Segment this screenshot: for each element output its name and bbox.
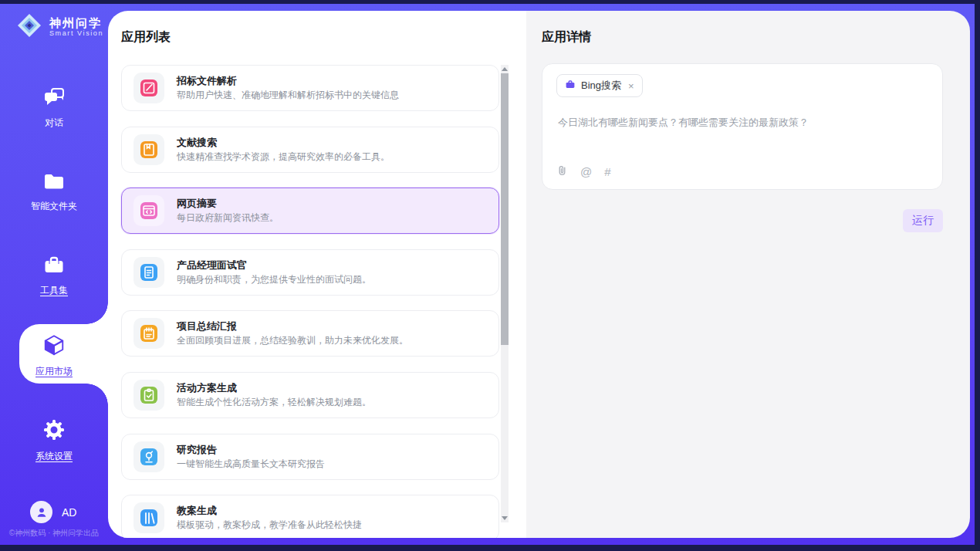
app-card[interactable]: 项目总结汇报 全面回顾项目进展，总结经验教训，助力未来优化发展。 xyxy=(121,310,499,357)
app-description: 模板驱动，教案秒成，教学准备从此轻松快捷 xyxy=(177,520,362,530)
app-name: 活动方案生成 xyxy=(177,383,371,394)
app-description: 快速精准查找学术资源，提高研究效率的必备工具。 xyxy=(177,152,390,162)
prompt-input[interactable]: 今日湖北有哪些新闻要点？有哪些需要关注的最新政策？ xyxy=(558,115,927,130)
app-name: 招标文件解析 xyxy=(177,76,399,86)
app-icon-box xyxy=(133,318,164,349)
clipboard-check-icon xyxy=(140,387,157,404)
scrollbar-thumb[interactable] xyxy=(501,73,509,345)
app-list-title: 应用列表 xyxy=(121,31,171,43)
app-icon-box xyxy=(133,441,164,472)
app-detail-panel: 应用详情 Bing搜索 × 今日湖北有哪些新闻要点？有哪些需要关注的最新政策？ xyxy=(526,11,970,538)
app-card[interactable]: 文献搜索 快速精准查找学术资源，提高研究效率的必备工具。 xyxy=(121,127,499,173)
app-description: 一键智能生成高质量长文本研究报告 xyxy=(177,459,325,469)
edit-document-icon xyxy=(140,79,157,96)
sidebar-item-label: 智能文件夹 xyxy=(31,200,77,213)
brand-name: 神州问学 xyxy=(49,16,103,29)
avatar xyxy=(30,501,52,523)
user-account[interactable]: AD xyxy=(30,501,76,523)
nav-highlight-curve-top xyxy=(86,303,108,324)
cube-icon xyxy=(42,333,66,360)
chat-icon xyxy=(42,86,66,111)
app-name: 教案生成 xyxy=(177,505,362,516)
app-list-panel: 应用列表 招标文件解析 帮助用户快速、准确地理解和解析招标书中的关键信息 xyxy=(108,11,526,538)
briefcase-icon xyxy=(565,79,576,93)
mention-icon[interactable]: @ xyxy=(580,166,592,178)
scroll-down-icon[interactable] xyxy=(502,516,508,520)
app-name: 项目总结汇报 xyxy=(177,321,408,332)
book-icon xyxy=(140,141,157,158)
microscope-icon xyxy=(140,448,157,465)
app-card-selected[interactable]: 网页摘要 每日政府新闻资讯快查。 xyxy=(121,188,499,234)
app-description: 帮助用户快速、准确地理解和解析招标书中的关键信息 xyxy=(177,90,399,100)
topic-hash-icon[interactable]: # xyxy=(604,166,610,178)
app-description: 全面回顾项目进展，总结经验教训，助力未来优化发展。 xyxy=(177,336,408,346)
sidebar-item-label: 应用市场 xyxy=(35,365,73,378)
interview-doc-icon xyxy=(140,264,157,281)
composer-toolbar: @ # xyxy=(556,164,611,179)
scroll-up-icon[interactable] xyxy=(502,67,508,71)
sidebar-item-smart-folder[interactable]: 智能文件夹 xyxy=(0,171,108,213)
app-name: 研究报告 xyxy=(177,445,325,455)
app-card[interactable]: 产品经理面试官 明确身份和职责，为您提供专业性的面试问题。 xyxy=(121,249,499,296)
sidebar-item-label: 系统设置 xyxy=(35,450,73,463)
app-icon-box xyxy=(133,257,164,288)
app-description: 智能生成个性化活动方案，轻松解决规划难题。 xyxy=(177,397,371,407)
gear-icon xyxy=(42,418,66,445)
sidebar-item-settings[interactable]: 系统设置 xyxy=(0,418,108,463)
app-name: 产品经理面试官 xyxy=(177,260,371,271)
app-description: 每日政府新闻资讯快查。 xyxy=(177,213,279,223)
app-icon-box xyxy=(133,195,164,226)
app-card[interactable]: 教案生成 模板驱动，教案秒成，教学准备从此轻松快捷 xyxy=(121,495,499,538)
user-initials: AD xyxy=(62,506,76,519)
app-name: 网页摘要 xyxy=(177,198,279,209)
diamond-logo-icon xyxy=(15,12,43,42)
notepad-icon xyxy=(140,325,157,342)
app-icon-box xyxy=(133,73,164,103)
browser-code-icon xyxy=(140,202,157,219)
tool-tag-bing-search[interactable]: Bing搜索 × xyxy=(556,74,643,97)
brand-subtitle: Smart Vision xyxy=(49,29,103,38)
copyright-text: ©神州数码 · 神州问学出品 xyxy=(0,528,108,539)
app-name: 文献搜索 xyxy=(177,137,390,148)
brand-logo: 神州问学 Smart Vision xyxy=(15,12,103,42)
sidebar-item-label: 工具集 xyxy=(40,284,68,297)
app-card[interactable]: 活动方案生成 智能生成个性化活动方案，轻松解决规划难题。 xyxy=(121,372,499,418)
tool-tag-label: Bing搜索 xyxy=(581,79,621,93)
content-area: 应用列表 招标文件解析 帮助用户快速、准确地理解和解析招标书中的关键信息 xyxy=(108,11,970,538)
app-icon-box xyxy=(133,134,164,165)
folder-icon xyxy=(42,171,66,194)
app-icon-box xyxy=(133,502,164,533)
app-description: 明确身份和职责，为您提供专业性的面试问题。 xyxy=(177,275,371,285)
run-button[interactable]: 运行 xyxy=(903,209,943,232)
briefcase-icon xyxy=(42,255,66,279)
paperclip-icon[interactable] xyxy=(556,164,568,179)
books-icon xyxy=(140,509,157,526)
sidebar-item-chat[interactable]: 对话 xyxy=(0,86,108,130)
remove-tool-icon[interactable]: × xyxy=(628,80,634,92)
sidebar-item-toolset[interactable]: 工具集 xyxy=(0,255,108,297)
app-card[interactable]: 研究报告 一键智能生成高质量长文本研究报告 xyxy=(121,434,499,480)
sidebar-item-label: 对话 xyxy=(45,117,63,130)
app-card-list: 招标文件解析 帮助用户快速、准确地理解和解析招标书中的关键信息 文献搜索 快速精… xyxy=(121,65,499,538)
app-card[interactable]: 招标文件解析 帮助用户快速、准确地理解和解析招标书中的关键信息 xyxy=(121,65,499,111)
prompt-composer[interactable]: Bing搜索 × 今日湖北有哪些新闻要点？有哪些需要关注的最新政策？ @ # xyxy=(542,63,943,190)
app-detail-title: 应用详情 xyxy=(542,31,591,43)
app-icon-box xyxy=(133,380,164,411)
sidebar-item-app-market[interactable]: 应用市场 xyxy=(0,333,108,378)
nav-highlight-curve-bottom xyxy=(86,384,108,405)
app-list-scrollbar[interactable] xyxy=(501,65,509,522)
